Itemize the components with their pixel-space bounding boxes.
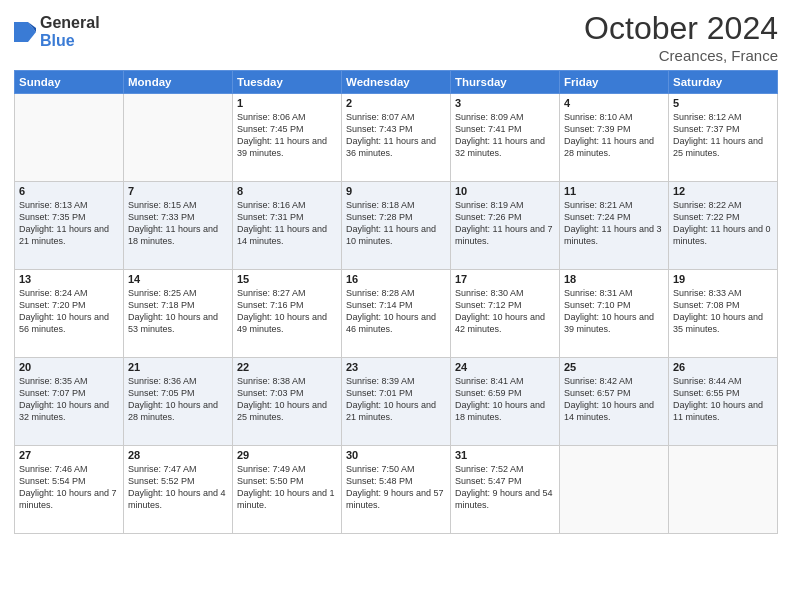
table-row: 30Sunrise: 7:50 AM Sunset: 5:48 PM Dayli… — [342, 446, 451, 534]
table-row: 31Sunrise: 7:52 AM Sunset: 5:47 PM Dayli… — [451, 446, 560, 534]
day-detail: Sunrise: 8:07 AM Sunset: 7:43 PM Dayligh… — [346, 111, 446, 160]
day-number: 25 — [564, 361, 664, 373]
col-tuesday: Tuesday — [233, 71, 342, 94]
day-detail: Sunrise: 8:21 AM Sunset: 7:24 PM Dayligh… — [564, 199, 664, 248]
day-number: 21 — [128, 361, 228, 373]
table-row — [669, 446, 778, 534]
day-number: 3 — [455, 97, 555, 109]
day-number: 7 — [128, 185, 228, 197]
day-detail: Sunrise: 8:44 AM Sunset: 6:55 PM Dayligh… — [673, 375, 773, 424]
day-number: 16 — [346, 273, 446, 285]
table-row: 4Sunrise: 8:10 AM Sunset: 7:39 PM Daylig… — [560, 94, 669, 182]
day-detail: Sunrise: 8:36 AM Sunset: 7:05 PM Dayligh… — [128, 375, 228, 424]
day-number: 29 — [237, 449, 337, 461]
table-row: 26Sunrise: 8:44 AM Sunset: 6:55 PM Dayli… — [669, 358, 778, 446]
day-number: 12 — [673, 185, 773, 197]
logo-icon — [14, 18, 36, 46]
table-row: 13Sunrise: 8:24 AM Sunset: 7:20 PM Dayli… — [15, 270, 124, 358]
col-friday: Friday — [560, 71, 669, 94]
svg-marker-0 — [14, 22, 36, 42]
day-number: 31 — [455, 449, 555, 461]
day-detail: Sunrise: 7:50 AM Sunset: 5:48 PM Dayligh… — [346, 463, 446, 512]
day-detail: Sunrise: 7:52 AM Sunset: 5:47 PM Dayligh… — [455, 463, 555, 512]
table-row: 11Sunrise: 8:21 AM Sunset: 7:24 PM Dayli… — [560, 182, 669, 270]
calendar-week-row: 1Sunrise: 8:06 AM Sunset: 7:45 PM Daylig… — [15, 94, 778, 182]
day-detail: Sunrise: 8:16 AM Sunset: 7:31 PM Dayligh… — [237, 199, 337, 248]
day-detail: Sunrise: 8:35 AM Sunset: 7:07 PM Dayligh… — [19, 375, 119, 424]
table-row: 5Sunrise: 8:12 AM Sunset: 7:37 PM Daylig… — [669, 94, 778, 182]
col-thursday: Thursday — [451, 71, 560, 94]
col-monday: Monday — [124, 71, 233, 94]
day-detail: Sunrise: 8:09 AM Sunset: 7:41 PM Dayligh… — [455, 111, 555, 160]
day-number: 30 — [346, 449, 446, 461]
table-row: 21Sunrise: 8:36 AM Sunset: 7:05 PM Dayli… — [124, 358, 233, 446]
day-number: 10 — [455, 185, 555, 197]
day-detail: Sunrise: 8:10 AM Sunset: 7:39 PM Dayligh… — [564, 111, 664, 160]
day-number: 17 — [455, 273, 555, 285]
table-row: 23Sunrise: 8:39 AM Sunset: 7:01 PM Dayli… — [342, 358, 451, 446]
calendar-week-row: 20Sunrise: 8:35 AM Sunset: 7:07 PM Dayli… — [15, 358, 778, 446]
day-detail: Sunrise: 8:24 AM Sunset: 7:20 PM Dayligh… — [19, 287, 119, 336]
calendar-week-row: 13Sunrise: 8:24 AM Sunset: 7:20 PM Dayli… — [15, 270, 778, 358]
day-detail: Sunrise: 8:30 AM Sunset: 7:12 PM Dayligh… — [455, 287, 555, 336]
table-row: 15Sunrise: 8:27 AM Sunset: 7:16 PM Dayli… — [233, 270, 342, 358]
header: General Blue October 2024 Creances, Fran… — [14, 10, 778, 64]
day-number: 24 — [455, 361, 555, 373]
day-number: 27 — [19, 449, 119, 461]
calendar-table: Sunday Monday Tuesday Wednesday Thursday… — [14, 70, 778, 534]
table-row: 20Sunrise: 8:35 AM Sunset: 7:07 PM Dayli… — [15, 358, 124, 446]
col-saturday: Saturday — [669, 71, 778, 94]
day-number: 4 — [564, 97, 664, 109]
title-block: October 2024 Creances, France — [584, 10, 778, 64]
day-detail: Sunrise: 7:47 AM Sunset: 5:52 PM Dayligh… — [128, 463, 228, 512]
day-detail: Sunrise: 8:41 AM Sunset: 6:59 PM Dayligh… — [455, 375, 555, 424]
location-subtitle: Creances, France — [584, 47, 778, 64]
day-number: 26 — [673, 361, 773, 373]
table-row: 9Sunrise: 8:18 AM Sunset: 7:28 PM Daylig… — [342, 182, 451, 270]
table-row: 28Sunrise: 7:47 AM Sunset: 5:52 PM Dayli… — [124, 446, 233, 534]
calendar-header-row: Sunday Monday Tuesday Wednesday Thursday… — [15, 71, 778, 94]
table-row: 6Sunrise: 8:13 AM Sunset: 7:35 PM Daylig… — [15, 182, 124, 270]
page: General Blue October 2024 Creances, Fran… — [0, 0, 792, 612]
table-row: 19Sunrise: 8:33 AM Sunset: 7:08 PM Dayli… — [669, 270, 778, 358]
day-detail: Sunrise: 8:39 AM Sunset: 7:01 PM Dayligh… — [346, 375, 446, 424]
table-row: 18Sunrise: 8:31 AM Sunset: 7:10 PM Dayli… — [560, 270, 669, 358]
col-wednesday: Wednesday — [342, 71, 451, 94]
table-row: 27Sunrise: 7:46 AM Sunset: 5:54 PM Dayli… — [15, 446, 124, 534]
day-number: 6 — [19, 185, 119, 197]
day-detail: Sunrise: 7:46 AM Sunset: 5:54 PM Dayligh… — [19, 463, 119, 512]
day-number: 15 — [237, 273, 337, 285]
table-row: 2Sunrise: 8:07 AM Sunset: 7:43 PM Daylig… — [342, 94, 451, 182]
day-number: 18 — [564, 273, 664, 285]
col-sunday: Sunday — [15, 71, 124, 94]
day-detail: Sunrise: 8:31 AM Sunset: 7:10 PM Dayligh… — [564, 287, 664, 336]
day-detail: Sunrise: 7:49 AM Sunset: 5:50 PM Dayligh… — [237, 463, 337, 512]
table-row — [15, 94, 124, 182]
table-row: 24Sunrise: 8:41 AM Sunset: 6:59 PM Dayli… — [451, 358, 560, 446]
day-number: 22 — [237, 361, 337, 373]
day-number: 14 — [128, 273, 228, 285]
table-row: 17Sunrise: 8:30 AM Sunset: 7:12 PM Dayli… — [451, 270, 560, 358]
day-number: 13 — [19, 273, 119, 285]
logo: General Blue — [14, 14, 100, 49]
table-row: 14Sunrise: 8:25 AM Sunset: 7:18 PM Dayli… — [124, 270, 233, 358]
day-number: 8 — [237, 185, 337, 197]
day-detail: Sunrise: 8:28 AM Sunset: 7:14 PM Dayligh… — [346, 287, 446, 336]
day-number: 20 — [19, 361, 119, 373]
day-detail: Sunrise: 8:42 AM Sunset: 6:57 PM Dayligh… — [564, 375, 664, 424]
day-number: 2 — [346, 97, 446, 109]
table-row — [124, 94, 233, 182]
day-detail: Sunrise: 8:27 AM Sunset: 7:16 PM Dayligh… — [237, 287, 337, 336]
day-detail: Sunrise: 8:18 AM Sunset: 7:28 PM Dayligh… — [346, 199, 446, 248]
day-detail: Sunrise: 8:33 AM Sunset: 7:08 PM Dayligh… — [673, 287, 773, 336]
day-number: 23 — [346, 361, 446, 373]
day-number: 19 — [673, 273, 773, 285]
day-detail: Sunrise: 8:19 AM Sunset: 7:26 PM Dayligh… — [455, 199, 555, 248]
day-detail: Sunrise: 8:13 AM Sunset: 7:35 PM Dayligh… — [19, 199, 119, 248]
day-detail: Sunrise: 8:25 AM Sunset: 7:18 PM Dayligh… — [128, 287, 228, 336]
logo-general-text: General — [40, 14, 100, 32]
day-number: 1 — [237, 97, 337, 109]
day-detail: Sunrise: 8:06 AM Sunset: 7:45 PM Dayligh… — [237, 111, 337, 160]
table-row: 7Sunrise: 8:15 AM Sunset: 7:33 PM Daylig… — [124, 182, 233, 270]
table-row: 8Sunrise: 8:16 AM Sunset: 7:31 PM Daylig… — [233, 182, 342, 270]
